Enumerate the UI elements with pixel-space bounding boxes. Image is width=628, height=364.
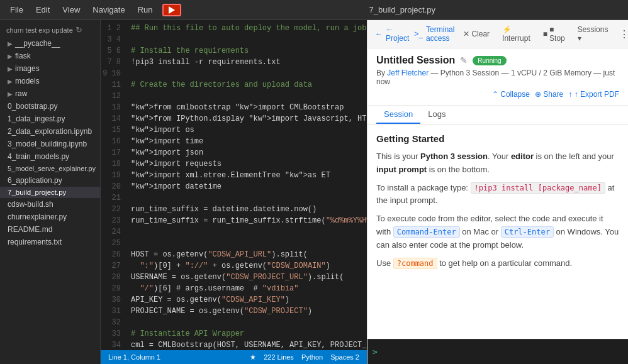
interrupt-button[interactable]: ⚡ Interrupt: [498, 24, 534, 44]
sidebar-item-serve-explainer[interactable]: 5_model_serve_explainer.py: [0, 163, 100, 174]
sidebar-item-label: 5_model_serve_explainer.py: [8, 165, 96, 172]
help-text-4: Use ?command to get help on a particular…: [376, 257, 619, 270]
sidebar-item-data-exploration[interactable]: 2_data_exploration.ipynb: [0, 125, 100, 138]
menu-view[interactable]: View: [57, 3, 85, 16]
session-meta: By Jeff Fletcher — Python 3 Session — 1 …: [376, 69, 619, 86]
clear-button[interactable]: ✕ Clear: [459, 28, 493, 40]
help-text-1: This is your Python 3 session. Your edit…: [376, 150, 619, 177]
run-button[interactable]: [162, 4, 181, 16]
sidebar-item-label: 3_model_building.ipynb: [8, 140, 87, 148]
sessions-button[interactable]: Sessions ▾: [574, 24, 612, 44]
share-button[interactable]: ⊕ Share: [535, 90, 563, 99]
main-container: churn test exp update ↻ ▶ __pycache__ ▶ …: [0, 20, 628, 364]
menu-navigate[interactable]: Navigate: [87, 3, 130, 16]
spaces-indicator[interactable]: Spaces 2: [330, 353, 359, 361]
project-link[interactable]: ← ← Project: [375, 25, 409, 43]
sidebar-header: churn test exp update ↻: [0, 20, 100, 37]
tab-logs[interactable]: Logs: [420, 106, 453, 124]
sidebar-item-label: 6_application.py: [8, 176, 62, 185]
svg-marker-0: [169, 6, 175, 14]
arrow-left-icon: ←: [375, 30, 383, 38]
help-text-3: To execute code from the editor, select …: [376, 212, 619, 251]
author-link[interactable]: Jeff Fletcher: [387, 69, 429, 77]
menu-file[interactable]: File: [5, 3, 28, 16]
sidebar-item-application[interactable]: 6_application.py: [0, 174, 100, 187]
editor-area: 1 2 3 4 5 6 7 8 9 10 11 12 13 14 15 16 1…: [101, 20, 367, 364]
clear-icon: ✕: [463, 30, 469, 38]
sidebar-item-label: cdsw-build.sh: [8, 200, 53, 209]
session-info: Untitled Session ✎ Running By Jeff Fletc…: [367, 48, 628, 106]
sidebar-item-bootstrap[interactable]: 0_bootstrap.py: [0, 100, 100, 113]
session-tabs: Session Logs: [367, 106, 628, 124]
sidebar-item-label: images: [15, 64, 40, 73]
sidebar-item-label: churnexplainer.py: [8, 212, 67, 221]
sidebar-item-build-project[interactable]: 7_build_project.py: [0, 187, 100, 198]
sidebar-item-data-ingest[interactable]: 1_data_ingest.py: [0, 113, 100, 125]
chevron-icon: ▶: [8, 53, 13, 60]
sidebar-item-label: 2_data_exploration.ipynb: [8, 127, 92, 136]
grid-icon[interactable]: ⋮⋮⋮: [619, 28, 628, 40]
refresh-icon[interactable]: ↻: [76, 25, 82, 35]
share-icon: ⊕: [535, 90, 541, 99]
chevron-icon: ▶: [8, 91, 13, 97]
sidebar-item-label: requirements.txt: [8, 238, 62, 246]
session-body: Getting Started This is your Python 3 se…: [367, 124, 628, 339]
edit-icon[interactable]: ✎: [460, 55, 468, 65]
terminal-prompt: >: [373, 347, 378, 356]
help-text-2: To install a package type: !pip3 install…: [376, 182, 619, 208]
sidebar-item-churnexplainer[interactable]: churnexplainer.py: [0, 211, 100, 223]
terminal-area: >: [367, 339, 628, 364]
getting-started-title: Getting Started: [376, 133, 619, 144]
sidebar-item-label: models: [15, 77, 40, 85]
file-title: 7_build_project.py: [369, 5, 435, 14]
running-badge: Running: [473, 56, 506, 65]
sidebar-item-models[interactable]: ▶ models: [0, 75, 100, 87]
menu-items: File Edit View Navigate Run: [5, 3, 181, 16]
chevron-icon: ▶: [8, 78, 13, 85]
editor-content: 1 2 3 4 5 6 7 8 9 10 11 12 13 14 15 16 1…: [101, 20, 367, 350]
sidebar-item-label: raw: [15, 89, 27, 98]
tab-session[interactable]: Session: [376, 106, 420, 124]
session-title-row: Untitled Session ✎ Running: [376, 55, 619, 66]
menu-run[interactable]: Run: [133, 3, 158, 16]
status-bar: Line 1, Column 1 ★ 222 Lines Python Spac…: [101, 350, 367, 364]
sidebar-item-requirements[interactable]: requirements.txt: [0, 236, 100, 248]
sidebar-item-label: 1_data_ingest.py: [8, 114, 65, 123]
sidebar-item-label: flask: [15, 52, 31, 60]
sidebar-item-cdsw-build[interactable]: cdsw-build.sh: [0, 198, 100, 211]
sidebar-item-label: __pycache__: [15, 39, 60, 48]
sidebar-item-label: README.md: [8, 225, 52, 234]
terminal-icon: >_: [414, 30, 423, 38]
sidebar-item-label: 0_bootstrap.py: [8, 102, 57, 111]
sidebar-item-label: 7_build_project.py: [8, 189, 66, 196]
collapse-button[interactable]: ⌃ Collapse: [492, 90, 530, 99]
session-title: Untitled Session: [376, 55, 455, 66]
export-pdf-button[interactable]: ↑ ↑ Export PDF: [568, 90, 619, 99]
terminal-link[interactable]: >_ Terminal access: [414, 25, 454, 43]
sidebar: churn test exp update ↻ ▶ __pycache__ ▶ …: [0, 20, 101, 364]
star-icon: ★: [250, 353, 256, 361]
code-content[interactable]: ## Run this file to auto deploy the mode…: [126, 20, 367, 350]
chevron-icon: ▶: [8, 65, 13, 72]
statusbar-right: ★ 222 Lines Python Spaces 2: [250, 353, 359, 361]
sidebar-item-flask[interactable]: ▶ flask: [0, 50, 100, 62]
sidebar-item-readme[interactable]: README.md: [0, 223, 100, 236]
line-count: 222 Lines: [264, 353, 294, 361]
sidebar-item-train-models[interactable]: 4_train_models.py: [0, 150, 100, 163]
sidebar-item-label: 4_train_models.py: [8, 152, 69, 161]
sidebar-item-pycache[interactable]: ▶ __pycache__: [0, 37, 100, 50]
cursor-position: Line 1, Column 1: [108, 353, 160, 361]
sidebar-item-raw[interactable]: ▶ raw: [0, 87, 100, 100]
sidebar-item-images[interactable]: ▶ images: [0, 62, 100, 75]
stop-button[interactable]: ■ ■ Stop: [539, 24, 569, 44]
right-panel-header: ← ← Project >_ Terminal access ✕ Clear ⚡…: [367, 20, 628, 48]
line-numbers: 1 2 3 4 5 6 7 8 9 10 11 12 13 14 15 16 1…: [101, 20, 126, 350]
menu-bar: File Edit View Navigate Run 7_build_proj…: [0, 0, 628, 20]
sidebar-title: churn test exp update: [6, 26, 73, 34]
sidebar-item-model-building[interactable]: 3_model_building.ipynb: [0, 138, 100, 150]
export-icon: ↑: [568, 90, 572, 99]
language-indicator[interactable]: Python: [301, 353, 323, 361]
chevron-icon: ▶: [8, 40, 13, 47]
right-panel: ← ← Project >_ Terminal access ✕ Clear ⚡…: [367, 20, 628, 364]
menu-edit[interactable]: Edit: [31, 3, 55, 16]
